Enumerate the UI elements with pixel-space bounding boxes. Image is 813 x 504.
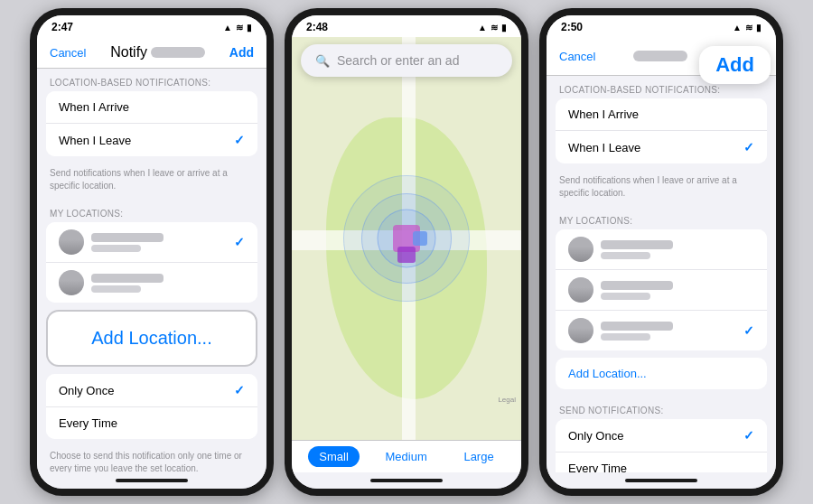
nav-title-1: Notify xyxy=(110,44,205,61)
when-i-leave-item-1[interactable]: When I Leave ✓ xyxy=(46,124,257,156)
avatar-silhouette-2 xyxy=(59,270,84,295)
status-bar-3: 2:50 ▲ ≋ ▮ xyxy=(547,15,776,37)
every-time-item-3[interactable]: Every Time xyxy=(556,453,767,472)
location-info-3-1 xyxy=(601,240,754,259)
location-item-3-1[interactable] xyxy=(556,229,767,270)
location-notifications-group-3: When I Arrive When I Leave ✓ xyxy=(556,98,767,163)
signal-icon-3: ▲ xyxy=(733,23,742,33)
content-1: LOCATION-BASED NOTIFICATIONS: When I Arr… xyxy=(37,69,266,472)
when-i-arrive-item-3[interactable]: When I Arrive xyxy=(556,98,767,131)
size-large[interactable]: Large xyxy=(453,446,504,467)
status-bar-2: 2:48 ▲ ≋ ▮ xyxy=(292,15,521,37)
home-indicator-3 xyxy=(547,472,776,489)
home-indicator-2 xyxy=(292,472,521,489)
phone-1: 2:47 ▲ ≋ ▮ Cancel Notify Add LOCATION-BA… xyxy=(30,8,274,496)
location-item-3-2[interactable] xyxy=(556,270,767,311)
size-medium[interactable]: Medium xyxy=(375,446,438,467)
every-time-label-1: Every Time xyxy=(59,416,117,430)
when-arrive-label-1: When I Arrive xyxy=(59,100,129,114)
home-bar-3 xyxy=(625,479,697,482)
content-3: LOCATION-BASED NOTIFICATIONS: When I Arr… xyxy=(547,76,776,472)
geofence-center-purple xyxy=(397,247,416,263)
frequency-note-1: Choose to send this notification only on… xyxy=(37,446,266,472)
only-once-item-3[interactable]: Only Once ✓ xyxy=(556,419,767,453)
checkmark-location-1: ✓ xyxy=(234,235,245,249)
when-i-arrive-item-1[interactable]: When I Arrive xyxy=(46,91,257,124)
add-callout: Add xyxy=(699,46,771,84)
add-location-label-3: Add Location... xyxy=(568,367,647,380)
add-location-button-1[interactable]: Add Location... xyxy=(46,310,257,367)
blurred-name-1 xyxy=(151,47,205,58)
battery-icon-2: ▮ xyxy=(501,23,507,33)
home-bar-1 xyxy=(116,479,188,482)
only-once-label-1: Only Once xyxy=(59,384,114,397)
search-bar[interactable]: 🔍 Search or enter an ad xyxy=(301,44,512,77)
blurred-name-3 xyxy=(633,51,687,61)
when-leave-label-1: When I Leave xyxy=(59,134,131,147)
content-2: 🔍 Search or enter an ad Legal xyxy=(292,37,521,440)
section-label-locations-1: MY LOCATIONS: xyxy=(37,200,266,222)
search-placeholder: Search or enter an ad xyxy=(337,53,459,68)
time-3: 2:50 xyxy=(561,21,583,33)
my-locations-group-1: ✓ xyxy=(46,222,257,303)
phone-3: 2:50 ▲ ≋ ▮ Cancel Add Add LOCATION-BASED… xyxy=(539,8,783,496)
add-location-list-3: Add Location... xyxy=(556,358,767,389)
when-i-leave-item-3[interactable]: When I Leave ✓ xyxy=(556,131,767,163)
location-avatar-2 xyxy=(59,270,84,295)
location-name-3-3 xyxy=(601,322,673,331)
location-sub-3-2 xyxy=(601,293,650,300)
signal-icon-2: ▲ xyxy=(478,23,487,33)
location-note-1: Send notifications when I leave or arriv… xyxy=(37,163,266,200)
signal-icon: ▲ xyxy=(223,23,232,33)
location-item-3-3[interactable]: ✓ xyxy=(556,311,767,350)
avatar-silhouette-3-1 xyxy=(568,237,593,262)
status-bar-1: 2:47 ▲ ≋ ▮ xyxy=(37,15,266,37)
location-name-3-1 xyxy=(601,240,673,249)
add-button-1[interactable]: Add xyxy=(229,45,254,60)
only-once-label-3: Only Once xyxy=(568,429,623,443)
nav-title-3 xyxy=(633,51,687,61)
status-icons-2: ▲ ≋ ▮ xyxy=(478,23,507,33)
location-item-2[interactable] xyxy=(46,263,257,303)
checkmark-once-3: ✓ xyxy=(743,428,754,443)
when-leave-label-3: When I Leave xyxy=(568,141,640,154)
size-small[interactable]: Small xyxy=(308,446,360,467)
location-avatar-3-2 xyxy=(568,277,593,303)
frequency-group-3: Only Once ✓ Every Time xyxy=(556,419,767,472)
checkmark-leave-3: ✓ xyxy=(743,140,754,154)
phone-2: 2:48 ▲ ≋ ▮ 🔍 Search or enter an ad xyxy=(285,8,528,496)
location-sub-2 xyxy=(91,285,141,293)
avatar-silhouette-1 xyxy=(59,229,84,255)
add-location-button-3[interactable]: Add Location... xyxy=(556,358,767,389)
search-bar-container: 🔍 Search or enter an ad xyxy=(301,44,512,77)
map-legal: Legal xyxy=(498,396,516,404)
battery-icon-3: ▮ xyxy=(756,23,762,33)
location-name-1 xyxy=(91,233,164,242)
location-note-3: Send notifications when I leave or arriv… xyxy=(547,171,776,207)
location-info-3-2 xyxy=(601,281,754,300)
location-info-2 xyxy=(91,274,245,293)
cancel-button-1[interactable]: Cancel xyxy=(50,46,86,60)
wifi-icon: ≋ xyxy=(236,23,243,33)
search-icon: 🔍 xyxy=(315,54,330,68)
only-once-item-1[interactable]: Only Once ✓ xyxy=(46,374,257,407)
cancel-button-3[interactable]: Cancel xyxy=(559,50,595,63)
checkmark-location-3: ✓ xyxy=(743,323,754,338)
every-time-label-3: Every Time xyxy=(568,462,627,472)
location-sub-1 xyxy=(91,245,141,252)
map-background: Legal xyxy=(292,37,521,440)
home-indicator-1 xyxy=(37,472,266,489)
location-name-3-2 xyxy=(601,281,673,290)
geofence-center-blue xyxy=(413,231,427,246)
section-label-locations-3: MY LOCATIONS: xyxy=(547,207,776,229)
location-item-1[interactable]: ✓ xyxy=(46,222,257,263)
time-1: 2:47 xyxy=(51,21,73,33)
every-time-item-1[interactable]: Every Time xyxy=(46,407,257,439)
battery-icon: ▮ xyxy=(247,23,252,33)
avatar-silhouette-3-2 xyxy=(568,277,593,303)
location-sub-3-1 xyxy=(601,252,650,259)
size-picker: Small Medium Large xyxy=(292,440,521,472)
location-notifications-group-1: When I Arrive When I Leave ✓ xyxy=(46,91,257,156)
location-info-3-3 xyxy=(601,322,736,341)
when-arrive-label-3: When I Arrive xyxy=(568,107,639,121)
